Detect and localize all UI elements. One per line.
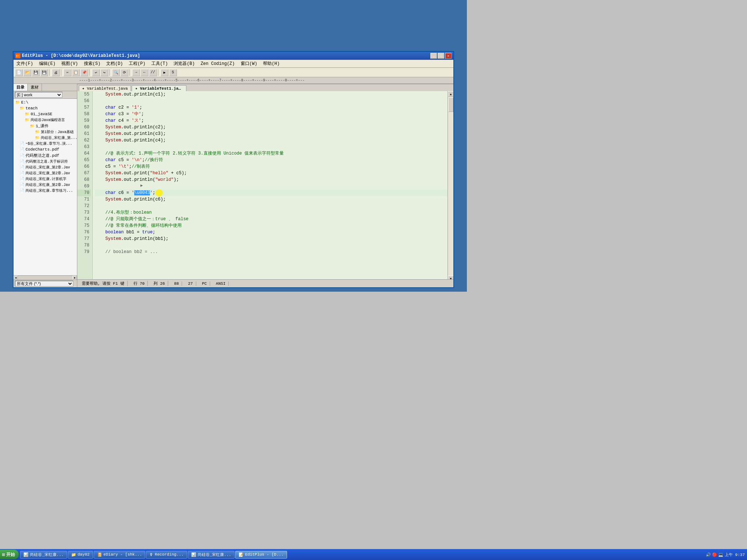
menu-zen[interactable]: Zen Coding(Z)	[198, 61, 238, 67]
scroll-thumb[interactable]	[448, 97, 453, 112]
toolbar-copy[interactable]: 📋	[72, 69, 80, 76]
code-text: System.out.print("hello" + c5);	[95, 171, 187, 176]
menu-project[interactable]: 工程(P)	[126, 60, 148, 67]
code-line-72[interactable]	[95, 203, 448, 209]
tab-variable-test[interactable]: ✦ VariableTest.java	[79, 85, 131, 91]
tab-variable-test1[interactable]: ✦ VariableTest1.jav...	[132, 85, 186, 91]
code-line-60[interactable]: System.out.println(c2);	[95, 124, 448, 131]
code-line-58[interactable]: char c3 = '中';	[95, 111, 448, 117]
toolbar-find[interactable]: 🔍	[112, 69, 120, 76]
code-line-59[interactable]: char c4 = 'ス';	[95, 117, 448, 124]
title-bar-left: E+ EditPlus - [D:\code\day02\VariableTes…	[15, 53, 140, 58]
tree-item-java-lang[interactable]: 📁 尚硅谷Java编程语言	[14, 117, 76, 123]
tree-item-ch2-3[interactable]: 📄 尚硅谷_宋红康_第2章.Jav	[14, 182, 76, 188]
ln-57: 57	[77, 104, 91, 111]
menu-help[interactable]: 帮助(H)	[260, 60, 283, 67]
tree-item-computer[interactable]: 📄 尚硅谷_宋红康.计算机字	[14, 176, 76, 182]
tab-label: ✦ VariableTest1.jav...	[135, 86, 186, 91]
tree-item-teach[interactable]: 📁 teach	[14, 105, 76, 111]
tree-item-exercise[interactable]: 📄 尚硅谷_宋红康.章节练习...	[14, 188, 76, 194]
ln-65: 65	[77, 157, 91, 163]
toolbar-new[interactable]: 📄	[15, 69, 23, 76]
menu-file[interactable]: 文件(F)	[13, 60, 36, 67]
code-line-63[interactable]	[95, 144, 448, 150]
tree-item-clean-code[interactable]: 📄 代码整洁之道.pdf	[14, 152, 76, 159]
tree-label: CodeCharts.pdf	[26, 147, 59, 152]
menu-search[interactable]: 搜索(S)	[81, 60, 104, 67]
menu-browser[interactable]: 浏览器(B)	[171, 60, 198, 67]
minimize-button[interactable]: _	[430, 53, 437, 59]
sidebar-tab-material[interactable]: 素材	[28, 84, 42, 91]
code-line-78[interactable]	[95, 242, 448, 249]
sidebar-hscroll[interactable]: ◀ ▶	[13, 275, 77, 280]
toolbar-run[interactable]: ▶	[160, 69, 169, 76]
close-button[interactable]: ✕	[445, 53, 452, 59]
code-line-77[interactable]: System.out.println(bb1);	[95, 236, 448, 242]
tree-item-java-basic[interactable]: 📁 第1部分：Java基础	[14, 129, 76, 135]
tree-item-clean-code2[interactable]: 📄 代码整洁之道.关于标识符	[14, 159, 76, 164]
toolbar-open[interactable]: 📂	[23, 69, 31, 76]
toolbar-redo[interactable]: ↪	[100, 69, 108, 76]
code-line-65[interactable]: char c5 = '\n';//换行符	[95, 157, 448, 163]
code-line-76[interactable]: boolean bb1 = true;	[95, 229, 448, 236]
drive-select[interactable]: [E:] work	[15, 92, 62, 98]
code-line-79[interactable]: // boolean bb2 = ...	[95, 249, 448, 255]
code-line-69[interactable]	[95, 183, 448, 190]
scroll-right-btn[interactable]: ▶	[73, 276, 77, 280]
file-filter-select[interactable]: 所有文件 (*.*)	[15, 281, 73, 287]
tree-item-file1[interactable]: 📄 ~$谷_宋红康.章节习.演...	[14, 141, 76, 147]
toolbar-undo[interactable]: ↩	[92, 69, 100, 76]
toolbar-print[interactable]: 🖨	[52, 69, 60, 76]
ln-59: 59	[77, 117, 91, 124]
tree-item-ch2-1[interactable]: 📄 尚硅谷_宋红康_第2章.Jav	[14, 164, 76, 170]
toolbar-indent[interactable]: →	[132, 69, 140, 76]
tree-item-courseware[interactable]: 📁 1_课件	[14, 123, 76, 129]
toolbar-unindent[interactable]: ←	[140, 69, 148, 76]
maximize-button[interactable]: □	[438, 53, 444, 59]
code-line-61[interactable]: System.out.println(c3);	[95, 131, 448, 137]
menu-edit[interactable]: 编辑(E)	[36, 60, 59, 67]
code-line-70[interactable]: char c6 = '\u0043';	[95, 190, 448, 196]
code-line-74[interactable]: //@ 只能取两个值之一：true 、 false	[95, 216, 448, 222]
code-container[interactable]: 55 56 57 58 59 60 61 62 63 64 65 66 67 6…	[77, 91, 453, 281]
toolbar-comment[interactable]: //	[149, 69, 157, 76]
code-lines[interactable]: System.out.println(c1); char c2 = '1'; c…	[93, 91, 448, 281]
tree-item-code-charts[interactable]: 📄 CodeCharts.pdf	[14, 147, 76, 152]
tree-item-shg-folder[interactable]: 📁 尚硅谷_宋红康_第...	[14, 135, 76, 141]
tree-label: teach	[26, 106, 38, 110]
toolbar-replace[interactable]: ⟳	[120, 69, 128, 76]
toolbar-save[interactable]: 💾	[32, 69, 40, 76]
editor-area[interactable]: ✦ VariableTest.java ✦ VariableTest1.jav.…	[77, 84, 453, 287]
menu-view[interactable]: 视图(V)	[58, 60, 81, 67]
scroll-up-btn[interactable]: ▲	[448, 91, 453, 97]
code-line-56[interactable]	[95, 98, 448, 104]
code-line-64[interactable]: //@ 表示方式: 1.声明一个字符 2.转义字符 3.直接使用 Unicode…	[95, 150, 448, 157]
code-line-66[interactable]: c5 = '\t';//制表符	[95, 163, 448, 170]
menu-tools[interactable]: 工具(T)	[148, 60, 171, 67]
sidebar-tab-directory[interactable]: 目录	[13, 84, 28, 91]
scroll-track[interactable]	[448, 97, 453, 276]
code-line-75[interactable]: //@ 常常在条件判断、循环结构中使用	[95, 222, 448, 229]
code-line-71[interactable]: System.out.println(c6);	[95, 196, 448, 203]
toolbar-paste[interactable]: 📌	[80, 69, 88, 76]
code-line-55[interactable]: System.out.println(c1);	[95, 91, 448, 98]
status-bar: 需要帮助, 请按 F1 键 行 70 列 26 88 27 PC ANSI	[77, 279, 453, 287]
vertical-scrollbar[interactable]: ▲ ▼	[448, 91, 453, 281]
code-line-67[interactable]: System.out.print("hello" + c5);	[95, 170, 448, 176]
scroll-left-btn[interactable]: ◀	[13, 276, 18, 280]
ln-58: 58	[77, 111, 91, 117]
tree-item-javaee[interactable]: 📁 01_javaSE	[14, 111, 76, 117]
menu-document[interactable]: 文档(D)	[103, 60, 126, 67]
code-line-73[interactable]: //4.布尔型：boolean	[95, 209, 448, 216]
toolbar-save-all[interactable]: 💾	[40, 69, 48, 76]
sidebar-dropdown[interactable]: [E:] work	[13, 91, 77, 99]
tree-item-ch2-2[interactable]: 📄 尚硅谷_宋红康_第2章.Jav	[14, 170, 76, 176]
tree-item-e-drive[interactable]: 📁 E:\	[14, 100, 76, 105]
code-line-57[interactable]: char c2 = '1';	[95, 104, 448, 111]
toolbar-cut[interactable]: ✂	[63, 69, 71, 76]
code-line-62[interactable]: System.out.println(c4);	[95, 137, 448, 144]
sidebar-tree[interactable]: 📁 E:\ 📁 teach 📁 01_javaSE 📁 尚硅谷Java编程语言	[13, 99, 77, 275]
menu-window[interactable]: 窗口(W)	[238, 60, 260, 67]
toolbar-syntax[interactable]: S	[169, 69, 177, 76]
code-line-68[interactable]: System.out.println("world");	[95, 176, 448, 183]
